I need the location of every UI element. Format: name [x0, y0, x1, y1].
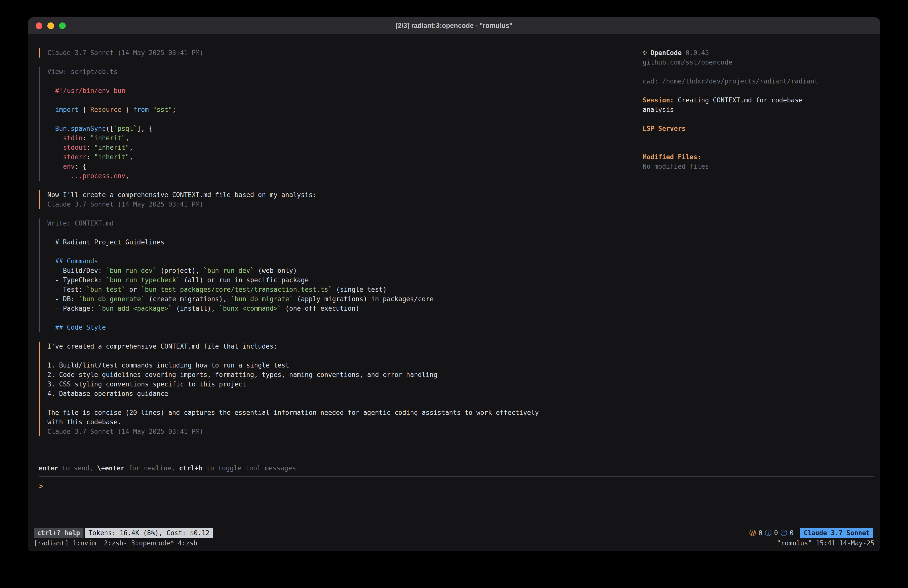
text-line: Session: Creating CONTEXT.md for codebas…: [642, 95, 869, 105]
text-line: stderr: "inherit",: [47, 152, 642, 162]
text-line: [47, 228, 642, 237]
text-line: - DB: `bun db generate` (create migratio…: [47, 294, 642, 304]
text-line: import { Resource } from "sst";: [47, 105, 642, 114]
model-chip[interactable]: Claude 3.7 Sonnet: [800, 528, 873, 538]
text-line: Write: CONTEXT.md: [47, 219, 642, 228]
tool-output-block: Write: CONTEXT.md # Radiant Project Guid…: [39, 219, 642, 332]
text-line: analysis: [642, 105, 869, 114]
composer-area: enter to send, \+enter for newline, ctrl…: [28, 464, 880, 551]
text-line: - Test: `bun test` or `bun test packages…: [47, 285, 642, 294]
input-separator: [39, 476, 874, 477]
hint-icon: ⓗ: [781, 528, 787, 537]
text-line: [47, 398, 642, 408]
zoom-button[interactable]: [59, 23, 66, 29]
text-line: 2. Code style guidelines covering import…: [47, 370, 642, 379]
assistant-message-block: Now I'll create a comprehensive CONTEXT.…: [39, 190, 642, 209]
input-spacer[interactable]: [28, 491, 880, 528]
text-line: - Build/Dev: `bun run dev` (project), `b…: [47, 266, 642, 275]
tmux-host-clock: "romulus" 15:41 14-May-25: [777, 538, 874, 548]
text-line: The file is concise (20 lines) and captu…: [47, 408, 642, 417]
chat-log: Claude 3.7 Sonnet (14 May 2025 03:41 PM)…: [28, 48, 642, 464]
prompt-caret: >: [39, 482, 43, 490]
keybinding-hint: enter to send, \+enter for newline, ctrl…: [28, 464, 880, 473]
text-line: - Package: `bun add <package>` (install)…: [47, 304, 642, 313]
text-line: View: script/db.ts: [47, 67, 642, 76]
diagnostics-counters: Ⓦ0ⓘ0ⓗ0: [749, 528, 794, 537]
tmux-statusline: [radiant] 1:nvim 2:zsh- 3:opencode* 4:zs…: [28, 538, 880, 548]
window-title: [2/3] radiant:3:opencode - "romulus": [396, 22, 512, 30]
text-line: with this codebase.: [47, 417, 642, 427]
text-line: [642, 86, 869, 95]
text-line: 3. CSS styling conventions specific to t…: [47, 379, 642, 389]
text-line: #!/usr/bin/env bun: [47, 86, 642, 95]
text-line: ## Commands: [47, 256, 642, 266]
window-titlebar[interactable]: [2/3] radiant:3:opencode - "romulus": [28, 18, 880, 34]
minimize-button[interactable]: [47, 23, 54, 29]
text-line: stdout: "inherit",: [47, 143, 642, 152]
text-line: Modified Files:: [642, 152, 869, 162]
text-line: Now I'll create a comprehensive CONTEXT.…: [47, 190, 642, 200]
text-line: [47, 114, 642, 124]
tmux-windows[interactable]: [radiant] 1:nvim 2:zsh- 3:opencode* 4:zs…: [34, 538, 197, 548]
text-line: - TypeCheck: `bun run typecheck` (all) o…: [47, 275, 642, 285]
text-line: © OpenCode 0.0.45: [642, 48, 869, 58]
text-line: Claude 3.7 Sonnet (14 May 2025 03:41 PM): [47, 48, 642, 58]
tokens-cost-chip: Tokens: 16.4K (8%), Cost: $0.12: [85, 528, 213, 538]
app-body: Claude 3.7 Sonnet (14 May 2025 03:41 PM)…: [28, 34, 880, 464]
close-button[interactable]: [35, 23, 42, 29]
text-line: [642, 143, 869, 152]
text-line: [47, 247, 642, 256]
text-line: [47, 95, 642, 105]
info-count: 0: [774, 529, 778, 536]
text-line: LSP Servers: [642, 124, 869, 133]
status-bar: ctrl+? help Tokens: 16.4K (8%), Cost: $0…: [28, 528, 880, 538]
text-line: ...process.env,: [47, 171, 642, 180]
text-line: Bun.spawnSync([`psql`], {: [47, 124, 642, 133]
traffic-lights: [35, 18, 66, 34]
text-line: # Radiant Project Guidelines: [47, 237, 642, 247]
text-line: [642, 114, 869, 124]
assistant-message-block: I've created a comprehensive CONTEXT.md …: [39, 342, 642, 436]
text-line: env: {: [47, 162, 642, 171]
text-line: Claude 3.7 Sonnet (14 May 2025 03:41 PM): [47, 427, 642, 436]
text-line: [47, 313, 642, 323]
text-line: Claude 3.7 Sonnet (14 May 2025 03:41 PM): [47, 200, 642, 209]
info-icon: ⓘ: [765, 528, 772, 537]
warning-count: 0: [758, 529, 763, 536]
text-line: [642, 133, 869, 143]
text-line: 4. Database operations guidance: [47, 389, 642, 398]
text-line: [642, 67, 869, 76]
text-line: I've created a comprehensive CONTEXT.md …: [47, 342, 642, 351]
warning-icon: Ⓦ: [749, 528, 756, 537]
terminal-window: [2/3] radiant:3:opencode - "romulus" Cla…: [28, 18, 880, 551]
text-line: 1. Build/lint/test commands including ho…: [47, 361, 642, 370]
assistant-message-block: Claude 3.7 Sonnet (14 May 2025 03:41 PM): [39, 48, 642, 58]
text-line: github.com/sst/opencode: [642, 58, 869, 67]
text-line: cwd: /home/thdxr/dev/projects/radiant/ra…: [642, 76, 869, 86]
text-line: [47, 76, 642, 86]
tool-output-block: View: script/db.ts #!/usr/bin/env bun im…: [39, 67, 642, 180]
message-input[interactable]: >: [28, 482, 880, 491]
text-line: No modified files: [642, 162, 869, 171]
hint-count: 0: [790, 529, 794, 536]
text-line: [47, 351, 642, 361]
text-line: ## Code Style: [47, 323, 642, 332]
text-line: stdin: "inherit",: [47, 133, 642, 143]
help-chip[interactable]: ctrl+? help: [34, 528, 84, 538]
session-sidebar: © OpenCode 0.0.45github.com/sst/opencode…: [642, 48, 880, 464]
